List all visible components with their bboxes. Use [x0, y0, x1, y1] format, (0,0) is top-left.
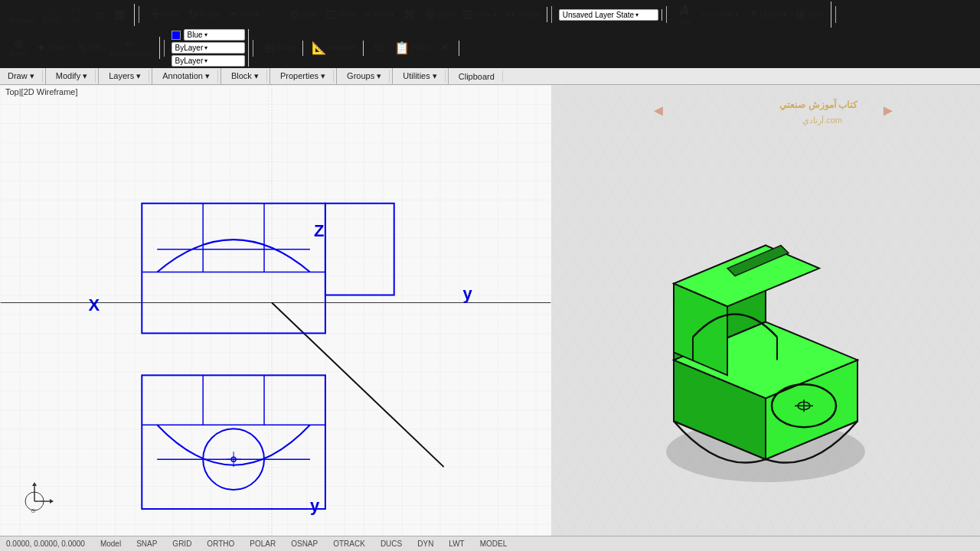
status-otrack[interactable]: OTRACK: [333, 540, 365, 548]
status-bar: 0.0000, 0.0000, 0.0000 Model SNAP GRID O…: [0, 536, 980, 551]
svg-rect-6: [1, 85, 551, 536]
lineweight-label: ByLayer: [175, 57, 204, 65]
linetype-label: ByLayer: [175, 44, 204, 52]
block-group: ⊕ Insert ✦ Create ✎ Edit ✏ Edit Attribut…: [3, 37, 160, 59]
trim-tool[interactable]: ✂ Trim ▾: [224, 7, 263, 22]
erase-tool[interactable]: ⬚: [264, 7, 286, 22]
stretch-tool[interactable]: ⇔ Stretch: [501, 7, 544, 22]
draw-menu[interactable]: Draw ▾: [0, 70, 43, 83]
menu-sep-6: [336, 68, 337, 85]
utilities-group: 📐 Measure: [305, 41, 364, 56]
circle-icon: ○: [47, 5, 55, 18]
create-block-tool[interactable]: ✦ Create: [32, 41, 73, 56]
paste-tool[interactable]: 📋 Paste: [390, 41, 433, 56]
circle-tool[interactable]: ○ Circle: [39, 4, 64, 26]
polyline-tool[interactable]: ⌒ Polyline: [6, 4, 38, 26]
annotation-menu[interactable]: Annotation ▾: [155, 70, 218, 83]
color-dropdown[interactable]: Blue: [184, 29, 245, 41]
move-icon: ✛: [150, 8, 160, 21]
hatch-icon: ▦: [114, 8, 126, 21]
fillet-icon: ⌐: [364, 8, 371, 21]
menu-sep-8: [448, 68, 449, 85]
leader-tool[interactable]: ↗ Leader ▾: [743, 7, 791, 22]
move-tool[interactable]: ✛ Move: [146, 7, 183, 22]
svg-text:X: X: [88, 295, 100, 315]
separator-3: [666, 6, 667, 23]
menu-sep-4: [220, 68, 221, 85]
status-ortho[interactable]: ORTHO: [207, 540, 234, 548]
status-grid[interactable]: GRID: [172, 540, 191, 548]
drawing-2d: X y y Z: [0, 85, 551, 536]
erase-icon: ⬚: [270, 8, 281, 21]
groups-menu[interactable]: Groups ▾: [339, 70, 390, 83]
table-tool[interactable]: ⊞ Table: [792, 7, 828, 22]
modify-menu[interactable]: Modify ▾: [48, 70, 96, 83]
scale-tool[interactable]: ⊕ Scale: [421, 7, 459, 22]
insert-tool[interactable]: ⊕ Insert: [6, 37, 31, 59]
copy-tool[interactable]: ⧉ Copy: [286, 7, 321, 22]
linear-dim-tool[interactable]: ↔ Linear ▾: [696, 7, 743, 22]
annotation-group: A Text ↔ Linear ▾ ↗ Leader ▾ ⊞ Table: [671, 2, 832, 28]
svg-text:y: y: [310, 496, 320, 515]
leader-icon: ↗: [747, 8, 757, 21]
svg-text:كتاب آموزش صنعتي: كتاب آموزش صنعتي: [779, 98, 858, 110]
group-tool[interactable]: ⊞ Group: [260, 41, 299, 56]
close-tool[interactable]: ✕: [434, 41, 456, 56]
properties-menu[interactable]: Properties ▾: [273, 70, 334, 83]
layer-state-label: Unsaved Layer State: [563, 11, 634, 19]
layers-menu[interactable]: Layers ▾: [101, 70, 149, 83]
trim-icon: ✂: [228, 8, 238, 21]
text-tool[interactable]: A Text: [674, 2, 695, 28]
hatch-tool[interactable]: ▦: [109, 7, 131, 22]
utilities-menu[interactable]: Utilities ▾: [395, 70, 446, 83]
status-polar[interactable]: POLAR: [250, 540, 276, 548]
clipboard-menu[interactable]: Clipboard: [451, 70, 503, 83]
viewport-label: Top|[2D Wireframe]: [3, 86, 80, 97]
arc-tool[interactable]: ◠ Arc: [65, 4, 87, 26]
mirror-icon: ⊡: [325, 8, 335, 21]
status-dyn[interactable]: DYN: [417, 540, 433, 548]
measure-tool[interactable]: 📐 Measure: [308, 41, 360, 56]
insert-icon: ⊕: [14, 38, 24, 51]
svg-text:◄: ◄: [651, 102, 666, 119]
stretch-icon: ⇔: [505, 8, 515, 21]
isometric-grid: كتاب آموزش صنعتي آرنادي.com ◄ ►: [551, 85, 980, 536]
linetype-dropdown[interactable]: ByLayer: [172, 42, 245, 54]
layer-state-dropdown[interactable]: Unsaved Layer State: [559, 9, 658, 21]
explode-tool[interactable]: ⊠: [399, 7, 420, 22]
table-icon: ⊞: [795, 8, 805, 21]
separator-4: [835, 6, 836, 23]
toolbar-row1: ⌒ Polyline ○ Circle ◠ Arc ▭ ▦ ✛ Move: [0, 0, 980, 68]
paste-icon: 📋: [394, 42, 410, 54]
lineweight-dropdown[interactable]: ByLayer: [172, 55, 245, 67]
fillet-tool[interactable]: ⌐ Fillet ▾: [361, 7, 398, 22]
status-model-tab[interactable]: MODEL: [480, 540, 508, 548]
copy-clipboard-tool[interactable]: ⧉: [368, 41, 390, 56]
mirror-tool[interactable]: ⊡ Mirror: [322, 7, 360, 22]
rect-tool[interactable]: ▭: [87, 7, 109, 22]
copy-icon: ⧉: [290, 8, 299, 21]
status-ducs[interactable]: DUCS: [381, 540, 402, 548]
edit-block-tool[interactable]: ✎ Edit: [74, 41, 106, 56]
edit-attr-tool[interactable]: ✏ Edit Attributes: [106, 37, 156, 59]
menu-sep-5: [270, 68, 270, 85]
edit-block-icon: ✎: [77, 42, 87, 54]
left-panel[interactable]: Top|[2D Wireframe] ⊙: [0, 85, 551, 536]
close-icon: ✕: [439, 42, 449, 54]
canvas-area: Top|[2D Wireframe] ⊙: [0, 85, 980, 536]
group-icon: ⊞: [264, 42, 274, 54]
right-panel[interactable]: كتاب آموزش صنعتي آرنادي.com ◄ ►: [551, 85, 980, 536]
svg-text:y: y: [463, 284, 473, 303]
create-block-icon: ✦: [36, 42, 46, 54]
status-lwt[interactable]: LWT: [449, 540, 464, 548]
block-menu[interactable]: Block ▾: [224, 70, 267, 83]
array-icon: ⊞: [462, 8, 472, 21]
status-osnap[interactable]: OSNAP: [291, 540, 318, 548]
menu-sep-2: [98, 68, 99, 85]
menu-sep-3: [152, 68, 152, 85]
layers-group: Unsaved Layer State: [556, 9, 662, 21]
rotate-tool[interactable]: ↻ Rotate: [184, 7, 224, 22]
menu-bar: Draw ▾ Modify ▾ Layers ▾ Annotation ▾ Bl…: [0, 68, 980, 85]
array-tool[interactable]: ⊞ Array ▾: [459, 7, 501, 22]
svg-text:آرنادي.com: آرنادي.com: [802, 116, 842, 126]
